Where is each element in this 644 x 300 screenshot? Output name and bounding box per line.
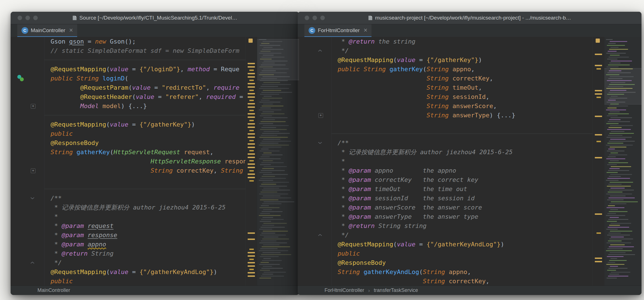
breadcrumb-item[interactable]: MainController [37,287,70,293]
code-line [51,175,245,184]
code-line: * @return String string [338,221,593,230]
minimap-row [261,241,276,241]
stripe-mark [248,167,255,168]
fold-expand-icon[interactable]: + [31,104,35,109]
code-line: * [338,157,593,166]
fold-chevron-up-icon[interactable] [30,261,35,264]
minimap-row [608,184,622,185]
minimap-row [261,92,292,93]
minimap-row [260,213,270,214]
stripe-mark [249,120,254,121]
minimap-row [609,197,635,198]
minimap-row [261,184,276,185]
stripe-mark [248,86,255,88]
code-minimap[interactable] [257,37,299,286]
minimap-row [260,199,278,200]
minimap-row [607,207,624,208]
editor-area: + + Gson gson = new Gson();// static Sim… [11,37,299,286]
code-line: @RequestHeader(value = "referer", requir… [51,92,245,101]
minimap-row [609,63,621,63]
close-window-button[interactable] [17,15,22,20]
minimap-row [263,231,288,232]
minimap-row [610,196,626,196]
fold-chevron-up-icon[interactable] [318,49,322,52]
code-editor[interactable]: * @return the string */@RequestMapping(v… [332,37,593,286]
minimap-row [259,123,273,124]
breadcrumb-item[interactable]: transferTaskService [374,287,418,293]
code-line: /** [51,194,245,203]
breadcrumb-item[interactable]: ForHtmlController [325,287,364,293]
minimap-row [261,233,275,234]
minimap-row [607,235,630,235]
tab-label: ForHtmlController [318,27,360,34]
tab-forhtmlcontroller[interactable]: C ForHtmlController × [304,24,371,37]
minimap-viewport[interactable] [257,39,299,80]
stripe-mark [248,127,255,128]
minimap-row [260,178,286,179]
minimap-row [260,248,278,249]
stripe-mark [248,76,255,78]
minimap-row [259,242,287,243]
titlebar[interactable]: musicsearch-project [~/Develop/work/ifly… [298,12,641,24]
stripe-mark [248,157,255,158]
minimap-row [262,106,283,106]
minimap-row [261,205,269,206]
fold-chevron-up-icon[interactable] [318,234,322,236]
code-line: public String gatherKey(String appno, [338,65,593,74]
stripe-mark [596,97,601,98]
minimap-row [259,229,272,230]
stripe-mark [248,137,255,138]
stripe-mark [248,66,255,68]
stripe-mark [595,65,602,66]
minimap-row [259,109,281,110]
minimap-row [263,266,272,267]
minimap-row [259,194,288,194]
titlebar[interactable]: Source [~/Develop/work/ifly/CTI_MusicSea… [11,12,299,24]
minimap-row [607,137,632,138]
stripe-mark [248,63,255,64]
minimap-row [608,205,615,206]
minimap-row [260,235,286,235]
minimap-row [607,178,630,179]
code-editor[interactable]: Gson gson = new Gson();// static SimpleD… [44,37,245,286]
code-line: String answerType) {...} [338,111,593,120]
minimap-row [261,156,270,157]
minimap-row [263,153,272,153]
code-line [338,129,593,138]
tab-close-icon[interactable]: × [69,27,73,34]
fold-expand-icon[interactable]: + [318,113,323,118]
zoom-window-button[interactable] [320,15,325,20]
minimize-window-button[interactable] [312,15,317,20]
stripe-mark [596,141,601,142]
minimap-row [259,250,288,251]
fold-chevron-down-icon[interactable] [318,142,322,144]
minimap-row [261,100,270,101]
code-line: */ [338,230,593,240]
minimap-row [609,141,635,142]
code-line: Model model) {...} [51,101,245,111]
minimap-row [611,201,638,202]
code-line: * 记录按键信息并更新积分 author jiezhou4 2015-6-25 [338,147,593,157]
fold-chevron-down-icon[interactable] [30,197,35,199]
code-minimap[interactable] [604,37,641,286]
code-line: @RequestMapping(value = {"/gatherKeyAndL… [338,240,593,249]
code-line: @RequestMapping(value = {"/gatherKey"}) [51,120,245,129]
minimap-row [264,166,287,167]
zoom-window-button[interactable] [33,15,38,20]
minimap-row [260,186,287,187]
error-stripe-scrollbar[interactable] [593,37,604,286]
close-window-button[interactable] [304,15,309,20]
minimize-window-button[interactable] [25,15,30,20]
minimap-row [610,252,626,253]
tab-maincontroller[interactable]: C MainController × [17,24,77,37]
fold-expand-icon[interactable]: + [31,168,35,173]
stripe-mark [248,113,255,115]
spring-mapping-gutter-icon[interactable] [17,75,25,82]
stripe-mark [248,123,255,125]
minimap-row [609,106,628,106]
error-stripe-scrollbar[interactable] [245,37,257,286]
minimap-row [610,160,619,161]
tab-close-icon[interactable]: × [364,27,367,34]
minimap-viewport[interactable] [604,68,641,104]
minimap-row [610,147,626,147]
